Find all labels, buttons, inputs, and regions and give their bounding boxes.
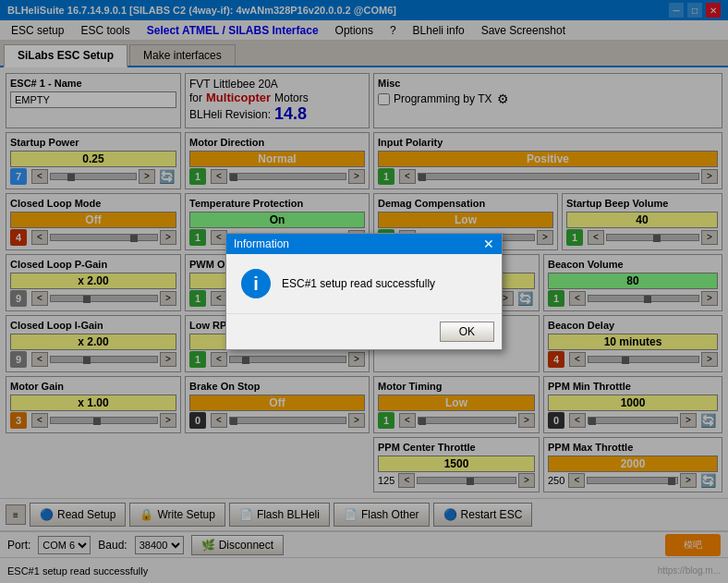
dialog-ok-button[interactable]: OK	[440, 322, 494, 342]
dialog-footer: OK	[226, 313, 502, 349]
dialog-close-button[interactable]: ✕	[483, 237, 494, 251]
info-icon: i	[241, 269, 271, 298]
dialog-overlay: Information ✕ i ESC#1 setup read success…	[0, 0, 728, 583]
dialog-titlebar: Information ✕	[226, 234, 502, 254]
dialog-body: i ESC#1 setup read successfully	[226, 254, 502, 313]
dialog-message: ESC#1 setup read successfully	[282, 277, 435, 290]
dialog-title: Information	[234, 237, 289, 250]
information-dialog: Information ✕ i ESC#1 setup read success…	[225, 233, 503, 350]
